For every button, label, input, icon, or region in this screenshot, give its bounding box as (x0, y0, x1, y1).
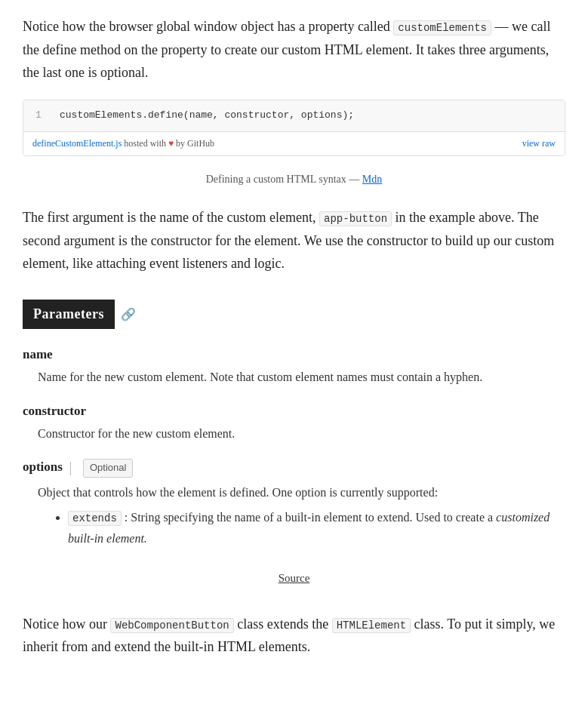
param-item-options: options Optional Object that controls ho… (23, 457, 565, 549)
bottom-text1: Notice how our (23, 616, 107, 632)
gist-code-area: 1 customElements.define(name, constructo… (23, 100, 565, 131)
gist-filename-link[interactable]: defineCustomElement.js (32, 138, 122, 149)
gist-heart-icon: ♥ (168, 138, 174, 149)
gist-block: 1 customElements.define(name, constructo… (23, 100, 565, 156)
gist-view-raw-link[interactable]: view raw (522, 137, 556, 151)
param-options-description: Object that controls how the element is … (38, 483, 565, 549)
app-button-code: app-button (319, 211, 392, 226)
gist-by-text: by GitHub (176, 138, 214, 149)
param-options-sublist: extends : String specifying the name of … (53, 507, 565, 549)
htmlelement-code: HTMLElement (332, 618, 411, 633)
caption-mdn-link[interactable]: Mdn (362, 174, 382, 185)
param-options-name-row: options Optional (23, 457, 565, 480)
param-name-label: name (23, 344, 565, 364)
param-item-constructor: constructor Constructor for the new cust… (23, 401, 565, 444)
gist-footer: defineCustomElement.js hosted with ♥ by … (23, 131, 565, 155)
gist-footer-left: defineCustomElement.js hosted with ♥ by … (32, 137, 214, 151)
param-options-label: options (23, 457, 63, 477)
webcomponent-code: WebComponentButton (110, 618, 233, 633)
optional-badge: Optional (83, 459, 133, 478)
caption-text-before-link: Defining a custom HTML syntax — (206, 174, 360, 185)
gist-code-text: customElements.define(name, constructor,… (60, 108, 354, 124)
parameters-label: Parameters (23, 300, 115, 329)
gist-hosted-text: hosted with (124, 138, 168, 149)
parameters-section: Parameters 🔗 name Name for the new custo… (23, 300, 565, 549)
customelements-code: customElements (393, 20, 491, 35)
param-constructor-description: Constructor for the new custom element. (38, 424, 565, 444)
separator-line (70, 462, 71, 475)
source-link[interactable]: Source (279, 572, 310, 584)
intro-text-before-code: Notice how the browser global window obj… (23, 19, 390, 34)
extends-text: : String specifying the name of a built-… (125, 511, 496, 524)
gist-line-number: 1 (35, 108, 48, 124)
bottom-paragraph: Notice how our WebComponentButton class … (23, 613, 565, 659)
source-link-container: Source (23, 567, 565, 589)
extends-code: extends (68, 511, 122, 526)
extends-list-item: extends : String specifying the name of … (68, 507, 565, 549)
intro-paragraph: Notice how the browser global window obj… (23, 15, 565, 85)
param-name-description: Name for the new custom element. Note th… (38, 367, 565, 387)
second-para-text1: The first argument is the name of the cu… (23, 210, 316, 225)
second-paragraph: The first argument is the name of the cu… (23, 206, 565, 275)
param-constructor-label: constructor (23, 401, 565, 421)
parameters-link-icon[interactable]: 🔗 (121, 305, 136, 324)
param-item-name: name Name for the new custom element. No… (23, 344, 565, 387)
bottom-text2: class extends the (237, 616, 331, 632)
gist-caption: Defining a custom HTML syntax — Mdn (23, 171, 565, 188)
parameters-heading: Parameters 🔗 (23, 300, 136, 329)
